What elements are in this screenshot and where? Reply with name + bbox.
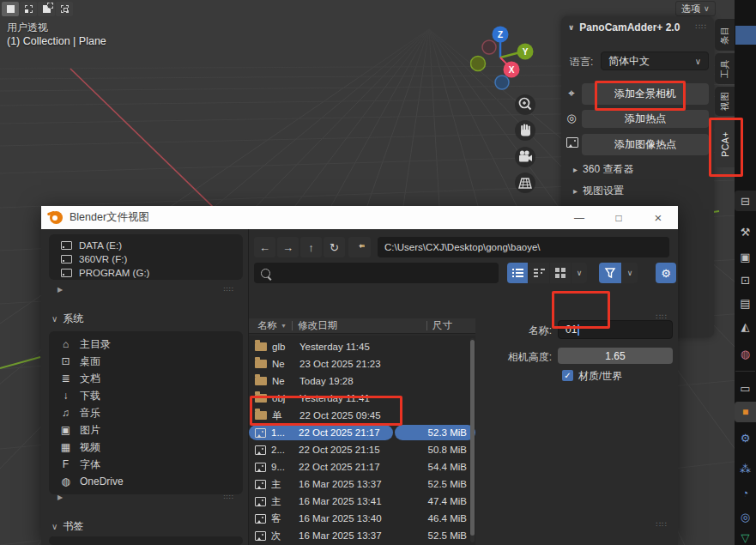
pan-button[interactable] bbox=[515, 120, 535, 141]
view-layer-tab[interactable]: ▤ bbox=[735, 293, 756, 313]
system-item[interactable]: ▦ 视频 bbox=[49, 439, 243, 456]
sidebar-tab[interactable]: 工具 bbox=[715, 53, 735, 84]
ortho-grid-button[interactable] bbox=[515, 173, 535, 193]
world-tab[interactable]: ◍ bbox=[735, 343, 756, 364]
system-item[interactable]: ↓ 下载 bbox=[49, 387, 243, 404]
column-divider[interactable] bbox=[292, 321, 293, 330]
file-name: 9... bbox=[271, 462, 299, 472]
object-tab[interactable]: ■ bbox=[735, 402, 756, 422]
select-subtract-button[interactable] bbox=[38, 2, 55, 16]
refresh-button[interactable]: ↻ bbox=[324, 237, 345, 257]
file-row[interactable]: 客 16 Mar 2025 13:40 46.4 MiB bbox=[249, 510, 475, 527]
file-row[interactable]: glb Yesterday 11:45 bbox=[249, 338, 475, 355]
file-row[interactable]: Ne 23 Oct 2025 21:23 bbox=[249, 355, 475, 372]
system-item[interactable]: ♫ 音乐 bbox=[49, 404, 243, 421]
system-item[interactable]: F 字体 bbox=[49, 456, 243, 473]
scene-tab[interactable]: ◭ bbox=[735, 316, 756, 336]
forward-button[interactable]: → bbox=[277, 237, 299, 257]
volumes-expand-row[interactable]: ▶ ∷∷ bbox=[49, 284, 243, 295]
system-expand-row[interactable]: ▶ ∷∷ bbox=[49, 492, 243, 503]
select-intersect-icon bbox=[61, 5, 69, 13]
editor-type-button[interactable]: ⊟ bbox=[735, 191, 756, 211]
system-item[interactable]: ◍ OneDrive bbox=[49, 473, 243, 490]
column-name[interactable]: 名称 bbox=[257, 319, 277, 332]
section-360-viewer[interactable]: ▸ 360 查看器 bbox=[573, 162, 633, 177]
volume-item[interactable]: DATA (E:) bbox=[49, 239, 243, 252]
add-hotspot-button[interactable]: 添加热点 bbox=[582, 110, 709, 128]
maximize-button[interactable]: □ bbox=[606, 206, 632, 229]
file-row[interactable]: Ne Today 19:28 bbox=[249, 372, 475, 390]
select-set-button[interactable] bbox=[2, 2, 19, 16]
column-view-button[interactable] bbox=[529, 263, 549, 283]
bookmarks-box bbox=[49, 536, 243, 545]
filter-button[interactable] bbox=[599, 263, 621, 283]
column-date[interactable]: 修改日期 bbox=[298, 319, 337, 332]
settings-button[interactable]: ⚙ bbox=[656, 263, 676, 283]
file-row[interactable]: 主 16 Mar 2025 13:37 52.5 MiB bbox=[249, 475, 475, 493]
camera-height-field[interactable]: 1.65 bbox=[558, 348, 673, 364]
particles-tab[interactable]: ⁂ bbox=[735, 458, 756, 479]
view-perspective-label: 用户透视 bbox=[7, 21, 48, 35]
system-item[interactable]: ⊡ 桌面 bbox=[49, 353, 243, 370]
close-button[interactable]: × bbox=[645, 206, 671, 229]
minimize-button[interactable]: — bbox=[566, 206, 592, 229]
file-row[interactable]: 9... 22 Oct 2025 21:17 54.4 MiB bbox=[249, 458, 475, 475]
volume-item[interactable]: 360VR (F:) bbox=[49, 252, 243, 266]
list-view-button[interactable] bbox=[507, 263, 528, 283]
file-name: 主 bbox=[271, 495, 299, 508]
svg-text:X: X bbox=[509, 65, 515, 75]
new-folder-button[interactable]: + bbox=[348, 237, 371, 257]
thumbnail-view-button[interactable] bbox=[550, 263, 571, 283]
system-item[interactable]: ≣ 文档 bbox=[49, 370, 243, 387]
up-button[interactable]: ↑ bbox=[300, 237, 322, 257]
output-tab[interactable]: ⊡ bbox=[735, 269, 756, 290]
section-view-settings[interactable]: ▸ 视图设置 bbox=[573, 184, 624, 198]
file-row[interactable]: 次 16 Mar 2025 13:37 52.5 MiB bbox=[249, 527, 475, 544]
panel-header[interactable]: ∨ PanoCamAdder+ 2.0 bbox=[568, 21, 680, 33]
panel-grip-icon[interactable]: ∷∷ bbox=[696, 22, 707, 31]
zoom-button[interactable] bbox=[515, 94, 535, 115]
navigation-gizmo[interactable]: Z Y X bbox=[470, 24, 535, 93]
sidebar-tab[interactable]: 条目 bbox=[715, 19, 735, 51]
path-field[interactable]: C:\Users\CXJ\Desktop\gong\baoye\ bbox=[378, 237, 669, 257]
outliner-selected-row[interactable] bbox=[735, 26, 756, 45]
render-tab[interactable]: ▣ bbox=[735, 246, 756, 267]
filter-settings-chevron[interactable]: ∨ bbox=[622, 263, 638, 283]
column-divider[interactable] bbox=[426, 321, 427, 330]
file-row[interactable]: 主 16 Mar 2025 13:41 47.4 MiB bbox=[249, 493, 475, 510]
material-world-checkbox[interactable]: ✓ bbox=[562, 370, 573, 381]
constraints-tab[interactable]: ◎ bbox=[735, 506, 756, 527]
music-icon: ♫ bbox=[59, 407, 72, 419]
search-input[interactable] bbox=[254, 263, 499, 283]
back-button[interactable]: ← bbox=[254, 237, 275, 257]
volume-item[interactable]: PROGRAM (G:) bbox=[49, 266, 243, 280]
bookmarks-section-header[interactable]: ∨ 书签 bbox=[51, 519, 83, 534]
sidebar-tab[interactable]: 视图 bbox=[715, 87, 735, 116]
system-item[interactable]: ▣ 图片 bbox=[49, 421, 243, 439]
column-size[interactable]: 尺寸 bbox=[432, 319, 452, 332]
add-image-hotspot-button[interactable]: 添加图像热点 bbox=[582, 134, 709, 155]
file-size: 52.5 MiB bbox=[395, 528, 475, 543]
camera-view-button[interactable] bbox=[515, 147, 535, 167]
scrollbar-thumb[interactable] bbox=[470, 340, 475, 536]
chevron-down-icon: ∨ bbox=[695, 57, 701, 66]
display-settings-chevron[interactable]: ∨ bbox=[572, 263, 587, 283]
options-dropdown[interactable]: 选项 ∨ bbox=[675, 1, 716, 16]
file-row[interactable]: 2... 22 Oct 2025 21:15 50.8 MiB bbox=[249, 441, 475, 458]
select-intersect-button[interactable] bbox=[56, 2, 73, 16]
system-section-header[interactable]: ∨ 系统 bbox=[51, 312, 83, 326]
file-list-scrollbar[interactable] bbox=[470, 338, 475, 542]
sort-descending-icon[interactable]: ▼ bbox=[281, 323, 287, 329]
select-extend-button[interactable] bbox=[20, 2, 37, 16]
data-tab[interactable]: ▽ bbox=[735, 527, 756, 545]
file-row[interactable]: 1... 22 Oct 2025 21:17 52.3 MiB bbox=[249, 424, 475, 441]
desktop-icon: ⊡ bbox=[59, 355, 72, 367]
collection-tab[interactable]: ▭ bbox=[735, 378, 756, 398]
physics-tab[interactable]: ◔ bbox=[735, 482, 756, 503]
file-date: Today 19:28 bbox=[299, 376, 354, 386]
modifier-tab[interactable]: ⚙ bbox=[735, 427, 756, 448]
active-tool-tab[interactable]: ⚒ bbox=[735, 221, 756, 242]
image-file-icon bbox=[255, 514, 266, 524]
system-item[interactable]: ⌂ 主目录 bbox=[49, 336, 243, 353]
language-dropdown[interactable]: 简体中文 ∨ bbox=[601, 51, 709, 70]
